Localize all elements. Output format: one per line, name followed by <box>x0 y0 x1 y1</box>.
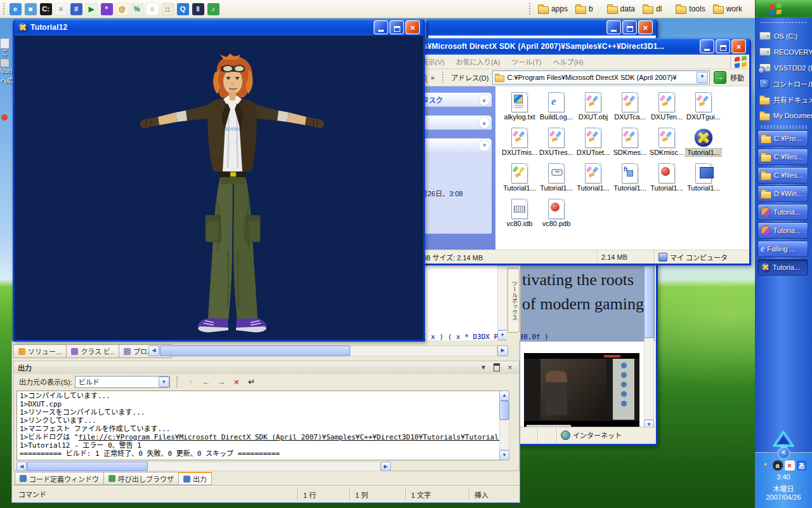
toolbox-tab[interactable]: ツールボックス <box>508 268 520 333</box>
start-button[interactable] <box>755 0 812 18</box>
go-button[interactable]: → <box>714 71 726 84</box>
installer-icon[interactable]: :: <box>162 3 174 15</box>
toggle-word-wrap-icon[interactable]: ↵ <box>245 375 259 389</box>
auto-hide-pin-icon[interactable] <box>492 363 502 372</box>
task-button[interactable]: C:¥files... <box>757 149 808 165</box>
scroll-left-button[interactable]: ◀ <box>148 345 159 356</box>
output-source-combobox[interactable]: ビルド ▼ <box>75 376 170 388</box>
taskbar-gripper[interactable] <box>760 21 807 24</box>
file-item[interactable]: Tutorial1... <box>502 163 537 198</box>
ftp-icon[interactable]: ▶ <box>86 3 98 15</box>
output-vertical-scrollbar[interactable]: ▲ ▼ <box>499 391 510 460</box>
pinwheel-icon[interactable]: * <box>101 3 113 15</box>
file-item[interactable]: DXUTset... <box>575 127 611 163</box>
editor-horizontal-scrollbar[interactable]: ◀ ▶ <box>148 345 508 357</box>
task-grid-icon[interactable]: # <box>70 3 82 15</box>
file-item[interactable]: Tutorial1... <box>575 163 611 198</box>
file-item[interactable]: vc80.pdb <box>539 198 574 234</box>
file-item[interactable]: Tutorial1... <box>686 163 721 198</box>
command-prompt-icon[interactable]: C: <box>40 3 52 15</box>
tutorial12-close-button[interactable]: × <box>405 20 420 34</box>
taskbar-shortcut[interactable]: 共有ドキュメン <box>755 91 812 107</box>
vtc-tray-icon[interactable]: VTC <box>773 431 794 448</box>
task-button[interactable]: C:¥files... <box>757 167 808 184</box>
panel-tab[interactable]: クラス ビ.. <box>66 344 119 358</box>
task-button[interactable]: D:¥Win... <box>757 185 808 202</box>
output-panel-header[interactable]: 出力 ▼ × <box>14 361 519 374</box>
chart-icon[interactable]: % <box>131 3 143 15</box>
mail-compose-icon[interactable]: @ <box>116 3 128 15</box>
task-button[interactable]: C:¥Pro... <box>757 130 808 147</box>
explorer-minimize-button[interactable] <box>700 39 714 53</box>
scrollbar-thumb[interactable] <box>160 345 350 356</box>
browser-maximize-button[interactable] <box>622 20 637 34</box>
direct3d-viewport[interactable]: Microsoft <box>15 36 423 340</box>
browser-scrollbar[interactable]: ▼ <box>644 265 655 427</box>
task-button[interactable]: Tutoria... <box>757 222 808 239</box>
taskbar-shortcut[interactable]: *コントロール パ <box>755 76 812 91</box>
folder-shortcut-work[interactable]: work <box>713 4 742 14</box>
a-logo-tray-icon[interactable]: a <box>773 460 783 471</box>
colorful-app-tray-icon[interactable]: * <box>761 460 771 471</box>
scrollbar-thumb[interactable] <box>27 462 148 471</box>
collapse-chevron-icon[interactable]: » <box>479 95 490 105</box>
browser-minimize-button[interactable] <box>606 20 621 34</box>
bottom-tab-2[interactable]: 呼び出しブラウザ <box>103 472 178 485</box>
tasks-section-header[interactable]: » <box>417 116 492 130</box>
go-to-message-icon[interactable]: ↑ <box>184 375 198 389</box>
media-file-icon[interactable]: ♪ <box>207 3 219 15</box>
toolbar-gripper[interactable] <box>3 3 5 15</box>
taskbar-shortcut[interactable]: RECOVERY <box>755 44 812 60</box>
build-log-link[interactable]: file://c:¥Program Files¥Microsoft Direct… <box>79 433 509 441</box>
folder-shortcut-data[interactable]: data <box>607 4 635 14</box>
explorer-titlebar[interactable]: es¥Microsoft DirectX SDK (April 2007)¥Sa… <box>413 38 749 55</box>
scroll-right-button[interactable]: ▶ <box>497 345 508 356</box>
tasks-section-header[interactable]: タスク » <box>417 93 492 107</box>
expand-chevron-icon[interactable]: » <box>479 140 490 151</box>
panel-tab[interactable]: ソリュー... <box>13 344 66 358</box>
scroll-down-button[interactable]: ▼ <box>499 450 509 460</box>
folder-shortcut-dl[interactable]: dl <box>643 4 662 14</box>
output-text-area[interactable]: 1>コンパイルしています...1>DXUT.cpp1>リソースをコンパイルしてい… <box>16 391 509 460</box>
tutorial12-maximize-button[interactable] <box>390 20 404 34</box>
ime-kana-tray-icon[interactable]: あ <box>797 460 807 471</box>
file-item[interactable]: DXUTen... <box>649 91 684 127</box>
file-item[interactable]: DXUTres... <box>539 127 574 163</box>
clear-all-icon[interactable]: × <box>230 375 244 389</box>
ie-icon[interactable]: e <box>10 3 22 15</box>
task-button[interactable]: Tutoria... <box>757 204 808 220</box>
address-dropdown-icon[interactable]: ▼ <box>697 72 708 83</box>
file-item[interactable]: DXUTmis... <box>502 127 537 163</box>
browser-close-button[interactable]: × <box>638 20 653 34</box>
menu-item[interactable]: ヘルプ(H) <box>553 57 583 67</box>
ime-status-tray-icon[interactable]: × <box>785 460 795 471</box>
folder-shortcut-apps[interactable]: apps <box>538 4 568 14</box>
close-panel-icon[interactable]: × <box>505 363 515 372</box>
previous-message-icon[interactable]: ← <box>199 375 213 389</box>
browser-titlebar[interactable]: × <box>428 19 656 36</box>
file-item[interactable]: SDKmisc... <box>649 127 684 163</box>
notepad-search-icon[interactable]: ≡ <box>55 3 67 15</box>
folder-shortcut-tools[interactable]: tools <box>676 4 705 14</box>
taskbar-shortcut[interactable]: OS (C:) <box>755 28 812 44</box>
bottom-tab-1[interactable]: コード定義ウィンドウ <box>15 472 103 485</box>
file-item[interactable]: alkylog.txt <box>502 91 537 127</box>
scrollbar-thumb[interactable] <box>499 401 509 420</box>
address-input[interactable]: C:¥Program Files¥Microsoft DirectX SDK (… <box>492 70 710 84</box>
file-item[interactable]: eBuildLog... <box>539 91 574 127</box>
desktop-icon-partial[interactable] <box>0 58 10 67</box>
toolbar-overflow-chevron[interactable]: » <box>431 74 435 81</box>
taskbar-shortcut[interactable]: VSSTDD2 (E <box>755 60 812 76</box>
page-video-thumbnail[interactable] <box>524 353 639 427</box>
filmstrip-icon[interactable]: ‖ <box>192 3 204 15</box>
file-item[interactable]: Tutorial1... <box>539 163 574 198</box>
explorer-close-button[interactable]: × <box>731 39 746 53</box>
file-item[interactable]: DXUT.obj <box>575 91 611 127</box>
task-button[interactable]: Tutoria... <box>757 259 808 276</box>
scroll-up-button[interactable]: ▲ <box>499 391 509 401</box>
window-switcher-icon[interactable]: ■ <box>25 3 37 15</box>
next-message-icon[interactable]: → <box>214 375 228 389</box>
file-item[interactable]: hTutorial1... <box>612 163 648 198</box>
explorer-maximize-button[interactable] <box>716 39 730 53</box>
desktop-icon-partial[interactable] <box>1 114 8 121</box>
